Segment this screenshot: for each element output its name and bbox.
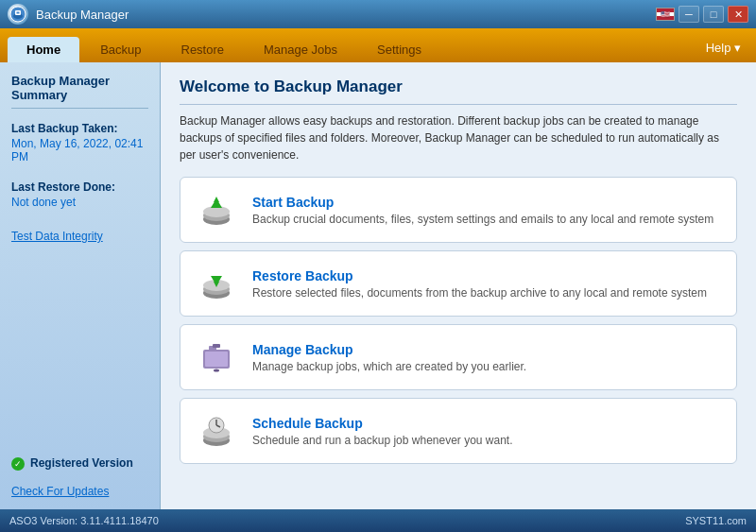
registered-section: ✓ Registered Version <box>11 456 148 472</box>
title-bar: Backup Manager 🇺🇸 ─ □ ✕ <box>0 0 756 28</box>
title-bar-left: Backup Manager <box>8 4 129 25</box>
test-data-integrity-link[interactable]: Test Data Integrity <box>11 230 148 243</box>
last-backup-section: Last Backup Taken: Mon, May 16, 2022, 02… <box>11 122 148 163</box>
tab-backup[interactable]: Backup <box>81 37 160 62</box>
app-title: Backup Manager <box>36 8 129 22</box>
manage-backup-icon <box>194 335 239 380</box>
tab-settings[interactable]: Settings <box>358 37 440 62</box>
maximize-button[interactable]: □ <box>703 6 724 23</box>
manage-backup-desc: Manage backup jobs, which are created by… <box>252 360 526 373</box>
nav-tabs: Home Backup Restore Manage Jobs Settings <box>8 37 440 62</box>
schedule-backup-title: Schedule Backup <box>252 416 513 431</box>
flag-icon: 🇺🇸 <box>656 8 675 21</box>
restore-backup-desc: Restore selected files, documents from t… <box>252 286 707 300</box>
last-restore-section: Last Restore Done: Not done yet <box>11 180 148 209</box>
schedule-backup-card[interactable]: Schedule Backup Schedule and run a backu… <box>180 398 737 464</box>
start-backup-desc: Backup crucial documents, files, system … <box>252 213 713 226</box>
last-backup-value: Mon, May 16, 2022, 02:41 PM <box>11 137 148 163</box>
restore-backup-title: Restore Backup <box>252 268 707 283</box>
schedule-backup-text: Schedule Backup Schedule and run a backu… <box>252 416 513 447</box>
schedule-backup-icon <box>194 408 239 454</box>
svg-rect-3 <box>17 12 20 14</box>
title-bar-controls: 🇺🇸 ─ □ ✕ <box>656 6 748 23</box>
manage-backup-card[interactable]: Manage Backup Manage backup jobs, which … <box>180 324 737 390</box>
app-icon <box>8 4 28 25</box>
svg-rect-15 <box>205 352 228 367</box>
sidebar: Backup Manager Summary Last Backup Taken… <box>0 62 161 509</box>
manage-backup-title: Manage Backup <box>252 342 526 357</box>
start-backup-icon <box>194 187 239 232</box>
content-description: Backup Manager allows easy backups and r… <box>180 112 737 163</box>
sidebar-title: Backup Manager Summary <box>11 74 148 109</box>
main-area: Backup Manager Summary Last Backup Taken… <box>0 62 756 509</box>
content-title: Welcome to Backup Manager <box>180 77 737 105</box>
registered-label: Registered Version <box>30 456 133 470</box>
help-menu[interactable]: Help ▾ <box>698 37 748 59</box>
restore-backup-icon <box>194 261 239 306</box>
tab-restore[interactable]: Restore <box>163 37 244 62</box>
check-updates-link[interactable]: Check For Updates <box>11 485 148 498</box>
minimize-button[interactable]: ─ <box>679 6 699 23</box>
start-backup-card[interactable]: Start Backup Backup crucial documents, f… <box>180 177 737 243</box>
schedule-backup-desc: Schedule and run a backup job whenever y… <box>252 434 513 447</box>
start-backup-title: Start Backup <box>252 195 713 210</box>
status-bar: ASO3 Version: 3.11.4111.18470 SYST11.com <box>0 509 756 532</box>
restore-backup-card[interactable]: Restore Backup Restore selected files, d… <box>180 250 737 317</box>
close-button[interactable]: ✕ <box>728 6 748 23</box>
svg-rect-17 <box>213 344 220 348</box>
manage-backup-text: Manage Backup Manage backup jobs, which … <box>252 342 526 373</box>
content-area: Welcome to Backup Manager Backup Manager… <box>161 62 756 509</box>
tab-manage-jobs[interactable]: Manage Jobs <box>245 37 356 62</box>
version-label: ASO3 Version: 3.11.4111.18470 <box>9 515 159 526</box>
last-backup-label: Last Backup Taken: <box>11 122 148 135</box>
brand-label: SYST11.com <box>685 515 747 526</box>
svg-point-18 <box>214 369 219 372</box>
last-restore-label: Last Restore Done: <box>11 180 148 194</box>
last-restore-value: Not done yet <box>11 196 148 209</box>
svg-marker-8 <box>214 197 219 202</box>
start-backup-text: Start Backup Backup crucial documents, f… <box>252 195 713 226</box>
restore-backup-text: Restore Backup Restore selected files, d… <box>252 268 707 300</box>
registered-icon: ✓ <box>11 457 25 471</box>
tab-home[interactable]: Home <box>8 37 79 62</box>
nav-bar: Home Backup Restore Manage Jobs Settings… <box>0 28 756 62</box>
